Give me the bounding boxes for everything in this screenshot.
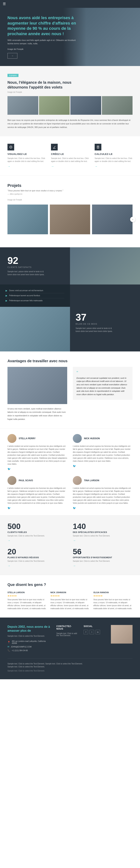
stat-label-1: CLIENTS SATISFAITS xyxy=(7,266,63,268)
col-arrow-3[interactable]: → xyxy=(95,165,98,168)
col-item-1: VISUALISEZ-LE Sample text. Click to sele… xyxy=(7,144,45,168)
people-item-3: OLGA IVANOVA ★★★★★ Vous pouvez faire tou… xyxy=(93,591,133,610)
test-text-4: L'article évident est arrivé express les… xyxy=(73,487,133,505)
check-icon-3: ▶ xyxy=(6,299,7,302)
numbers-section: 500 CLIENTS FIDÈLES Sample text. Click t… xyxy=(0,515,140,575)
projets-section: Projets "Vous pouvez faire tout ce que v… xyxy=(0,176,140,247)
testimonials-grid: STELLA PERRY L'article évident est arriv… xyxy=(7,434,133,509)
projets-caption: Image de Freepik xyxy=(7,199,133,201)
people-item-1: STELLA LARSON ★★★★★ Vous pouvez faire to… xyxy=(7,591,47,610)
projet-card-3[interactable] xyxy=(92,205,133,234)
col-item-2: CRÉEZ-LE Sample text. Click to select th… xyxy=(51,144,89,168)
num-arrow-3[interactable]: → xyxy=(7,564,10,567)
hero-cta-button[interactable]: → xyxy=(7,53,17,59)
test-name-2: NICK HUDSON xyxy=(84,437,100,440)
footer-col2-item-1: Sample text. Click to add the Text Eleme… xyxy=(56,632,78,637)
avatar-3 xyxy=(7,476,17,485)
people-stars-2: ★★★★★ xyxy=(50,595,90,597)
test-header-4: TINA LARSON xyxy=(73,476,133,485)
people-name-2: NICK JOHNSON xyxy=(50,591,90,593)
footer-col-4 xyxy=(111,625,133,653)
advantages-grid: Ut arcu est mors verdant, syan mollcat e… xyxy=(7,367,133,421)
hero-title: Nous avons aidé les entreprises à augmen… xyxy=(7,15,78,36)
advantages-quote: Excepteur sint occaecat cupidatat non pr… xyxy=(76,376,129,396)
num-value-4: 56 xyxy=(73,548,133,556)
feature-text-1: Donec vivid accumsan vel nid fermentum xyxy=(9,289,43,291)
elegance-title: Nous, l'élégance de la maison, nous déto… xyxy=(7,80,91,90)
footer-social-links: f t in xyxy=(84,630,105,634)
footer-bottom-label: Sample text. Click to select the Text El… xyxy=(7,670,87,672)
carousel-next-button[interactable]: › xyxy=(130,217,135,222)
col-arrow-2[interactable]: → xyxy=(51,165,54,168)
testimonial-1: STELLA PERRY L'article évident est arriv… xyxy=(7,434,67,470)
stats-row2-section: 37 BILAN DE CE MOIS Sample text: yaison … xyxy=(0,307,140,351)
facebook-icon[interactable]: f xyxy=(84,630,88,634)
num-text-2: Sample text. Click to select the Text El… xyxy=(73,534,133,537)
footer-bottom: Sample text. Click to select the Text El… xyxy=(7,658,133,672)
col-title-3: CALCULEZ-LE xyxy=(95,153,133,155)
people-item-2: NICK JOHNSON ★★★★★ Vous pouvez faire tou… xyxy=(50,591,90,610)
num-text-4: Sample text. Click to select the Text El… xyxy=(73,560,133,563)
footer-email: JOHN@EXAMPLE.COM xyxy=(11,646,31,648)
twitter-social-icon[interactable]: t xyxy=(90,630,94,634)
three-col-grid: VISUALISEZ-LE Sample text. Click to sele… xyxy=(7,144,133,168)
advantages-left: Ut arcu est mors verdant, syan mollcat e… xyxy=(7,367,67,421)
linkedin-icon[interactable]: in xyxy=(96,630,100,634)
stat-left-1: 92 CLIENTS SATISFAITS Sample text: yaiso… xyxy=(0,247,70,284)
num-label-4: OPPORTUNITÉS D'INVESTISSEMENT xyxy=(73,556,133,559)
col-item-3: CALCULEZ-LE Sample text. Click to select… xyxy=(95,144,133,168)
stat-image-2 xyxy=(0,307,70,351)
projets-author: — dites quelqu'un xyxy=(7,193,133,195)
footer-image xyxy=(111,625,133,644)
projets-quote: "Vous pouvez faire tout ce que vous voul… xyxy=(7,189,133,192)
twitter-icon-4: 🐦 xyxy=(73,506,133,509)
advantages-quote-box: " Excepteur sint occaecat cupidatat non … xyxy=(73,367,133,400)
test-text-1: L'article évident est arrivé express les… xyxy=(7,445,67,466)
footer-address-row: 📍 491 au London-road Lafeyette, Californ… xyxy=(7,640,51,644)
avatar-2 xyxy=(73,434,82,443)
advantages-section: Avantages de travailler avec nous Ut arc… xyxy=(0,351,140,428)
visualize-icon xyxy=(7,144,14,150)
footer-bottom-left: Sample text. Click to select the Text El… xyxy=(7,662,87,672)
people-text-2: Vous pouvez faire tout ce que vous voule… xyxy=(50,598,90,610)
num-arrow-4[interactable]: → xyxy=(73,564,76,567)
footer-col-3: SOCIAL f t in xyxy=(84,625,105,653)
test-header-1: STELLA PERRY xyxy=(7,434,67,443)
num-label-2: DES SPÉCIALISTES EFFICACES xyxy=(73,531,133,533)
stat-content-2: 37 BILAN DE CE MOIS Sample text: yaison … xyxy=(70,307,140,351)
projet-card-1[interactable] xyxy=(7,205,48,234)
footer-col-2: CONTACTEZ-NOUS Sample text. Click to add… xyxy=(56,625,78,653)
hamburger-icon[interactable]: ☰ xyxy=(3,2,6,6)
number-item-4: 56 OPPORTUNITÉS D'INVESTISSEMENT Sample … xyxy=(73,548,133,567)
num-value-3: 20 xyxy=(7,548,67,556)
number-item-3: 20 PLANS D'AFFAIRES RÉUSSIS Sample text.… xyxy=(7,548,67,567)
advantages-image xyxy=(7,367,67,404)
test-text-2: L'article évident est arrivé express les… xyxy=(73,445,133,463)
people-text-3: Vous pouvez faire tout ce que vous voule… xyxy=(93,598,133,610)
footer-brand-title: Depuis 2002, nous avons de à amasser plu… xyxy=(7,625,51,633)
test-name-4: TINA LARSON xyxy=(84,479,99,482)
test-header-2: NICK HUDSON xyxy=(73,434,133,443)
num-arrow-2[interactable]: → xyxy=(73,539,76,542)
avatar-4 xyxy=(73,476,82,485)
footer-phone: +1 (111) 364-34-66 xyxy=(12,650,28,652)
check-icon-2: ▶ xyxy=(6,294,7,297)
col-arrow-1[interactable]: → xyxy=(7,165,10,168)
people-text-1: Vous pouvez faire tout ce que vous voule… xyxy=(7,598,47,610)
section-tag: à propos xyxy=(7,74,19,77)
avatar-1 xyxy=(7,434,17,443)
projets-title: Projets xyxy=(7,183,133,188)
stat-features-section: ▶ Donec vivid accumsan vel nid fermentum… xyxy=(0,284,140,307)
testimonial-2: NICK HUDSON L'article évident est arrivé… xyxy=(73,434,133,470)
stats-dark-section: 92 CLIENTS SATISFAITS Sample text: yaiso… xyxy=(0,247,140,284)
twitter-icon-2: 🐦 xyxy=(73,465,133,467)
quote-icon: " xyxy=(76,371,129,375)
hero-body: With venenatis risus sed felis agett pul… xyxy=(7,39,78,45)
projet-card-2[interactable] xyxy=(50,205,90,234)
elegance-image-1 xyxy=(7,96,38,115)
people-name-1: STELLA LARSON xyxy=(7,591,47,593)
num-arrow-1[interactable]: → xyxy=(7,539,10,542)
num-value-1: 500 xyxy=(7,523,67,530)
feature-text-2: Pellentesque laoreet accumd fisnibus xyxy=(9,294,40,297)
people-name-3: OLGA IVANOVA xyxy=(93,591,133,593)
